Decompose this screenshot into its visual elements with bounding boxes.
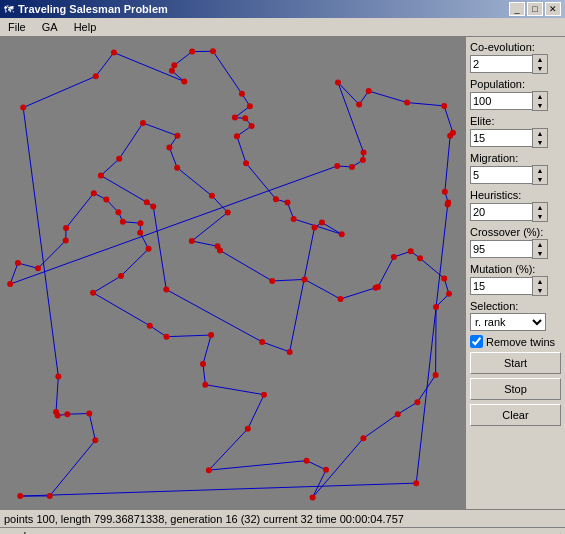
selection-label: Selection: — [470, 300, 561, 312]
migration-up[interactable]: ▲ — [533, 166, 547, 175]
menu-bar: File GA Help — [0, 18, 565, 37]
population-down[interactable]: ▼ — [533, 101, 547, 110]
coevolution-spinner: ▲ ▼ — [532, 54, 548, 74]
menu-ga[interactable]: GA — [38, 20, 62, 34]
heuristics-row: ▲ ▼ — [470, 202, 561, 222]
coevolution-up[interactable]: ▲ — [533, 55, 547, 64]
maximize-button[interactable]: □ — [527, 2, 543, 16]
minimize-button[interactable]: _ — [509, 2, 525, 16]
clear-button[interactable]: Clear — [470, 404, 561, 426]
app-icon: 🗺 — [4, 4, 14, 15]
coevolution-group: Co-evolution: ▲ ▼ — [470, 41, 561, 74]
start-button[interactable]: Start — [470, 352, 561, 374]
elite-up[interactable]: ▲ — [533, 129, 547, 138]
mutation-input[interactable] — [470, 277, 532, 295]
migration-label: Migration: — [470, 152, 561, 164]
crossover-spinner: ▲ ▼ — [532, 239, 548, 259]
mutation-row: ▲ ▼ — [470, 276, 561, 296]
ready-text: ready — [4, 530, 32, 535]
selection-row: r. rank tournament roulette — [470, 313, 561, 331]
window-frame: 🗺 Traveling Salesman Problem _ □ ✕ File … — [0, 0, 565, 534]
mutation-group: Mutation (%): ▲ ▼ — [470, 263, 561, 296]
migration-row: ▲ ▼ — [470, 165, 561, 185]
migration-spinner: ▲ ▼ — [532, 165, 548, 185]
mutation-up[interactable]: ▲ — [533, 277, 547, 286]
main-area: Co-evolution: ▲ ▼ Population: ▲ ▼ — [0, 37, 565, 509]
window-title: Traveling Salesman Problem — [18, 3, 168, 15]
title-bar: 🗺 Traveling Salesman Problem _ □ ✕ — [0, 0, 565, 18]
population-spinner: ▲ ▼ — [532, 91, 548, 111]
population-group: Population: ▲ ▼ — [470, 78, 561, 111]
elite-row: ▲ ▼ — [470, 128, 561, 148]
crossover-label: Crossover (%): — [470, 226, 561, 238]
menu-help[interactable]: Help — [70, 20, 101, 34]
coevolution-down[interactable]: ▼ — [533, 64, 547, 73]
heuristics-spinner: ▲ ▼ — [532, 202, 548, 222]
ready-bar: ready ◢ — [0, 527, 565, 534]
status-bar: points 100, length 799.36871338, generat… — [0, 509, 565, 527]
population-up[interactable]: ▲ — [533, 92, 547, 101]
window-controls: _ □ ✕ — [509, 2, 561, 16]
close-button[interactable]: ✕ — [545, 2, 561, 16]
heuristics-label: Heuristics: — [470, 189, 561, 201]
crossover-row: ▲ ▼ — [470, 239, 561, 259]
migration-input[interactable] — [470, 166, 532, 184]
coevolution-input[interactable] — [470, 55, 532, 73]
population-row: ▲ ▼ — [470, 91, 561, 111]
crossover-down[interactable]: ▼ — [533, 249, 547, 258]
mutation-spinner: ▲ ▼ — [532, 276, 548, 296]
right-panel: Co-evolution: ▲ ▼ Population: ▲ ▼ — [465, 37, 565, 509]
population-label: Population: — [470, 78, 561, 90]
crossover-group: Crossover (%): ▲ ▼ — [470, 226, 561, 259]
remove-twins-row: Remove twins — [470, 335, 561, 348]
menu-file[interactable]: File — [4, 20, 30, 34]
elite-down[interactable]: ▼ — [533, 138, 547, 147]
resize-grip: ◢ — [554, 531, 561, 535]
elite-input[interactable] — [470, 129, 532, 147]
status-text: points 100, length 799.36871338, generat… — [4, 513, 404, 525]
canvas-area — [0, 37, 465, 509]
remove-twins-checkbox[interactable] — [470, 335, 483, 348]
stop-button[interactable]: Stop — [470, 378, 561, 400]
mutation-down[interactable]: ▼ — [533, 286, 547, 295]
remove-twins-label: Remove twins — [486, 336, 555, 348]
selection-select[interactable]: r. rank tournament roulette — [470, 313, 546, 331]
population-input[interactable] — [470, 92, 532, 110]
tsp-canvas — [0, 37, 465, 509]
migration-down[interactable]: ▼ — [533, 175, 547, 184]
heuristics-group: Heuristics: ▲ ▼ — [470, 189, 561, 222]
crossover-up[interactable]: ▲ — [533, 240, 547, 249]
heuristics-input[interactable] — [470, 203, 532, 221]
elite-label: Elite: — [470, 115, 561, 127]
coevolution-label: Co-evolution: — [470, 41, 561, 53]
elite-group: Elite: ▲ ▼ — [470, 115, 561, 148]
coevolution-row: ▲ ▼ — [470, 54, 561, 74]
crossover-input[interactable] — [470, 240, 532, 258]
migration-group: Migration: ▲ ▼ — [470, 152, 561, 185]
heuristics-down[interactable]: ▼ — [533, 212, 547, 221]
selection-group: Selection: r. rank tournament roulette — [470, 300, 561, 331]
elite-spinner: ▲ ▼ — [532, 128, 548, 148]
heuristics-up[interactable]: ▲ — [533, 203, 547, 212]
mutation-label: Mutation (%): — [470, 263, 561, 275]
